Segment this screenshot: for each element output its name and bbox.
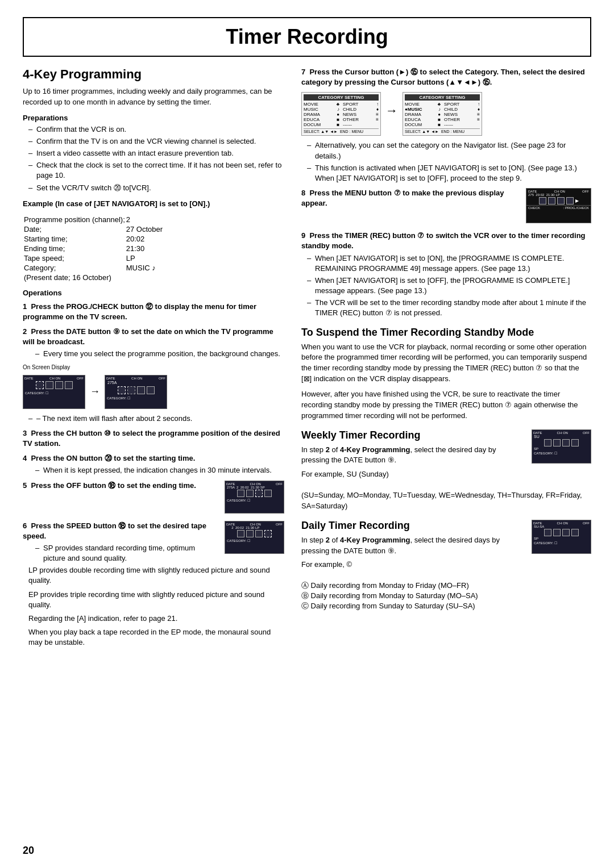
step-6-ep: EP provides triple recording time with s… bbox=[28, 590, 284, 610]
list-item: When [JET NAVIGATOR] is set to [ON], the… bbox=[307, 253, 591, 274]
page: Timer Recording 4-Key Programming Up to … bbox=[0, 0, 614, 868]
weekly-text1: In step 2 of 4-Key Programming, select t… bbox=[301, 445, 526, 466]
cat-screen-2: CATEGORY SETTING MOVIE♣ ●MUSIC♪ DRAMA● E… bbox=[403, 92, 482, 136]
weekly-text2: For example, SU (Sunday) bbox=[301, 469, 526, 480]
suspend-text2: However, after you have finished using t… bbox=[301, 389, 591, 422]
title-box: Timer Recording bbox=[23, 17, 591, 57]
step-6-ep2: When you play back a tape recorded in th… bbox=[28, 627, 284, 648]
arrow-right-icon: → bbox=[90, 386, 100, 398]
operations-title: Operations bbox=[23, 289, 284, 297]
list-item: When [JET NAVIGATOR] is set to [OFF], th… bbox=[307, 276, 591, 296]
step-5: DATECH ONOFF 275A 2 20:02 21:30 SP CATEG… bbox=[23, 481, 284, 516]
weekly-text3: (SU=Sunday, MO=Monday, TU=Tuesday, WE=We… bbox=[301, 490, 591, 512]
step-9-header: 9 Press the TIMER (REC) button ⑦ to swit… bbox=[301, 231, 591, 251]
step-2-header: 2 Press the DATE button ⑨ to set the dat… bbox=[23, 327, 284, 347]
step-6-lp: LP provides double recording time with s… bbox=[28, 565, 284, 586]
daily-text1: In step 2 of 4-Key Programming, select t… bbox=[301, 535, 526, 557]
list-item: This function is activated when [JET NAV… bbox=[307, 163, 591, 183]
list-item: – The next item will flash after about 2… bbox=[28, 414, 284, 424]
daily-title: Daily Timer Recording bbox=[301, 520, 526, 532]
step9-subs: When [JET NAVIGATOR] is set to [ON], the… bbox=[301, 253, 591, 319]
step-1-header: 1 Press the PROG./CHECK button ⑫ to disp… bbox=[23, 302, 284, 322]
example-table: Programme position (channel);2 Date;27 O… bbox=[23, 214, 164, 283]
example-title: Example (In case of [JET NAVIGATOR] is s… bbox=[23, 199, 284, 210]
cat-title: CATEGORY SETTING bbox=[304, 94, 379, 101]
step-4: 4 Press the ON button ⑳ to set the start… bbox=[23, 453, 284, 475]
section1-intro: Up to 16 timer programmes, including wee… bbox=[23, 86, 284, 108]
step-2: 2 Press the DATE button ⑨ to set the dat… bbox=[23, 327, 284, 424]
step-6: DATECH ONOFF 2 20:02 21:30 LP CATEGORY: … bbox=[23, 521, 284, 652]
screen-step5: DATECH ONOFF 275A 2 20:02 21:30 SP CATEG… bbox=[225, 481, 284, 514]
left-column: 4-Key Programming Up to 16 timer program… bbox=[23, 67, 284, 656]
daily-list: Ⓐ Daily recording from Monday to Friday … bbox=[301, 581, 591, 611]
page-number: 20 bbox=[23, 845, 34, 857]
suspend-text1: When you want to use the VCR for playbac… bbox=[301, 342, 591, 385]
preparations-list: Confirm that the VCR is on. Confirm that… bbox=[23, 124, 284, 193]
list-item: Alternatively, you can set the category … bbox=[307, 140, 591, 161]
screen-step8: DATECH ONOFF 275 20:02 21:30 LP ▶ CHECK:… bbox=[526, 188, 591, 223]
list-item: Check that the clock is set to the corre… bbox=[28, 160, 284, 181]
steps-list: 1 Press the PROG./CHECK button ⑫ to disp… bbox=[23, 302, 284, 652]
weekly-title: Weekly Timer Recording bbox=[301, 429, 526, 441]
two-column-layout: 4-Key Programming Up to 16 timer program… bbox=[23, 67, 591, 656]
list-item: Ⓑ Daily recording from Monday to Saturda… bbox=[301, 591, 591, 601]
step-3-header: 3 Press the CH button ⑩ to select the pr… bbox=[23, 428, 284, 449]
right-column: 7 Press the Cursor button (►) ⑮ to selec… bbox=[301, 67, 591, 656]
page-title: Timer Recording bbox=[35, 25, 579, 49]
step7-subs: Alternatively, you can set the category … bbox=[301, 140, 591, 183]
step-4-header: 4 Press the ON button ⑳ to set the start… bbox=[23, 453, 284, 464]
list-item: Set the VCR/TV switch ⑳ to[VCR]. bbox=[28, 183, 284, 193]
cat-title-2: CATEGORY SETTING bbox=[405, 94, 480, 101]
list-item: Confirm that the VCR is on. bbox=[28, 124, 284, 135]
list-item: When it is kept pressed, the indication … bbox=[35, 465, 284, 475]
list-item: Ⓒ Daily recording from Sunday to Saturda… bbox=[301, 601, 591, 611]
list-item: The VCR will be set to the timer recordi… bbox=[307, 298, 591, 318]
cat-screens-row: CATEGORY SETTING MOVIE♣ MUSIC♪ DRAMA● ED… bbox=[301, 92, 591, 136]
step-1: 1 Press the PROG./CHECK button ⑫ to disp… bbox=[23, 302, 284, 322]
step-3: 3 Press the CH button ⑩ to select the pr… bbox=[23, 428, 284, 449]
screen-display-1: DATECH ONOFF CATEGORY: ☐ bbox=[23, 375, 85, 409]
suspend-title: To Suspend the Timer Recording Standby M… bbox=[301, 327, 591, 339]
screen-daily: DATECH ONOFF SU-SA SP CATEGORY: ☐ bbox=[532, 520, 591, 554]
list-item: Insert a video cassette with an intact e… bbox=[28, 148, 284, 158]
suspend-section: To Suspend the Timer Recording Standby M… bbox=[301, 327, 591, 422]
arrow-right-icon: → bbox=[385, 103, 398, 118]
step-9: 9 Press the TIMER (REC) button ⑦ to swit… bbox=[301, 231, 591, 319]
step-7: 7 Press the Cursor button (►) ⑮ to selec… bbox=[301, 67, 591, 183]
screen-display-2: DATECH ONOFF 275A CATEGORY: ☐ bbox=[105, 375, 167, 409]
list-item: Confirm that the TV is on and the VCR vi… bbox=[28, 136, 284, 147]
daily-text2: For example, © bbox=[301, 560, 526, 570]
screen-weekly: DATECH ONOFF SU SP bbox=[532, 429, 591, 464]
step-8: DATECH ONOFF 275 20:02 21:30 LP ▶ CHECK:… bbox=[301, 188, 591, 226]
list-item: Ⓐ Daily recording from Monday to Friday … bbox=[301, 581, 591, 591]
screens-row: DATECH ONOFF CATEGORY: ☐ → bbox=[23, 375, 284, 409]
weekly-section: Weekly Timer Recording In step 2 of 4-Ke… bbox=[301, 429, 591, 512]
section1-title: 4-Key Programming bbox=[23, 67, 284, 82]
step-7-header: 7 Press the Cursor button (►) ⑮ to selec… bbox=[301, 67, 591, 87]
step-6-a: Regarding the [A] indication, refer to p… bbox=[28, 614, 284, 624]
list-item: SP provides standard recording time, opt… bbox=[35, 543, 284, 564]
screen-label: On Screen Display bbox=[23, 364, 284, 370]
preparations-title: Preparations bbox=[23, 114, 284, 122]
daily-section: Daily Timer Recording In step 2 of 4-Key… bbox=[301, 520, 591, 612]
list-item: Every time you select the programme posi… bbox=[35, 349, 284, 359]
cat-screen-1: CATEGORY SETTING MOVIE♣ MUSIC♪ DRAMA● ED… bbox=[301, 92, 381, 136]
